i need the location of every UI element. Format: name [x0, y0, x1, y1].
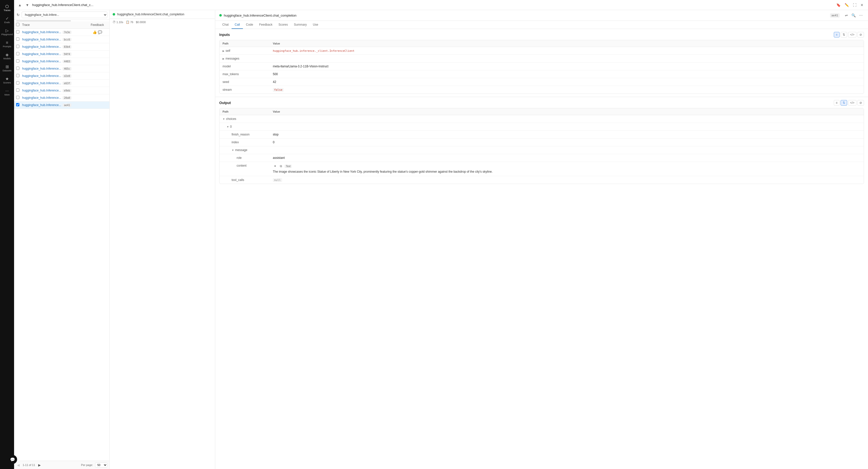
navigate-down-button[interactable]: ▼	[25, 2, 30, 7]
expand-arrow-message[interactable]: ▼	[231, 149, 234, 152]
row-checkbox[interactable]	[16, 37, 19, 41]
navigate-up-button[interactable]: ▲	[17, 2, 23, 7]
tab-feedback[interactable]: Feedback	[256, 21, 276, 29]
next-page-button[interactable]: ▶	[37, 463, 42, 468]
sidebar-item-datasets[interactable]: ⊞ Datasets	[0, 62, 14, 74]
refresh-button[interactable]: ↻	[16, 12, 20, 17]
table-row[interactable]: huggingface_hub.Inference...94f4	[14, 51, 110, 58]
call-content: Inputs ≡ ⇅ </> ⊘ Path Value	[215, 29, 868, 469]
list-view-button[interactable]: ≡	[834, 32, 840, 37]
output-hide-button[interactable]: ⊘	[858, 100, 864, 105]
tab-code[interactable]: Code	[243, 21, 256, 29]
tab-use[interactable]: Use	[310, 21, 321, 29]
pagination-info: 1-11 of 11	[23, 464, 35, 467]
prev-page-button[interactable]: ◀	[16, 463, 21, 468]
tab-call[interactable]: Call	[231, 21, 243, 29]
row-checkbox[interactable]	[16, 81, 19, 85]
row-badge: e9eb	[63, 89, 71, 92]
text-badge: Text	[285, 165, 292, 168]
expand-arrow-self[interactable]: ▶	[222, 50, 224, 52]
sidebar-item-prompts[interactable]: ≡ Prompts	[0, 38, 14, 50]
content-row: ↻ huggingface_hub.Infere... Trace Feedba…	[14, 10, 868, 469]
tab-summary[interactable]: Summary	[291, 21, 310, 29]
playground-icon: ▷	[5, 29, 8, 33]
value-model: meta-llama/Llama-3.2-11B-Vision-Instruct	[273, 65, 329, 68]
call-name: huggingface_hub.InferenceClient.chat_com…	[224, 13, 828, 17]
chat-bubble-button[interactable]: 💬	[8, 455, 17, 464]
table-row[interactable]: huggingface_hub.Inference...83b4	[14, 43, 110, 51]
content-expand-button[interactable]: ✦	[273, 164, 277, 168]
expand-arrow-choices[interactable]: ▼	[222, 118, 225, 120]
row-checkbox[interactable]	[16, 67, 19, 70]
output-sort-button[interactable]: ⇅	[841, 100, 847, 105]
value-header: Value	[270, 40, 864, 47]
expand-arrow-0[interactable]: ▼	[226, 125, 229, 128]
value-content: The image showcases the iconic Statue of…	[273, 170, 493, 174]
value-stream: false	[273, 88, 284, 92]
call-status-indicator	[219, 14, 222, 17]
per-page-select[interactable]: 50 100 200	[95, 463, 107, 468]
row-badge: 465c	[63, 67, 71, 70]
trace-time: ⏱ 1.10s	[113, 20, 123, 24]
sidebar-item-scorers[interactable]: ★ Scorers	[0, 74, 14, 87]
row-checkbox[interactable]	[16, 96, 19, 99]
edit-button[interactable]: ✏️	[843, 2, 850, 8]
output-data-table: Path Value ▼ choices	[219, 108, 864, 184]
compare-button[interactable]: ⇌	[844, 12, 849, 18]
output-row-message: ▼ message	[219, 146, 864, 154]
table-row[interactable]: huggingface_hub.Inference...ae41	[14, 101, 110, 109]
table-row[interactable]: huggingface_hub.Inference...e9eb	[14, 87, 110, 94]
code-view-button[interactable]: </>	[848, 32, 857, 37]
clock-icon: ⏱	[113, 20, 116, 24]
row-badge: e63f	[63, 82, 71, 85]
row-checkbox[interactable]	[16, 89, 19, 92]
select-all-checkbox[interactable]	[16, 23, 19, 26]
row-checkbox[interactable]	[16, 52, 19, 55]
table-row[interactable]: huggingface_hub.Inference...465c	[14, 65, 110, 72]
row-badge: ae41	[63, 103, 71, 107]
row-badge: 83b4	[63, 45, 71, 49]
row-checkbox[interactable]	[16, 59, 19, 63]
table-row[interactable]: huggingface_hub.Inference...4483	[14, 58, 110, 65]
path-finish-reason: finish_reason	[231, 133, 249, 136]
bookmark-button[interactable]: 🔖	[835, 2, 842, 8]
row-checkbox[interactable]	[16, 45, 19, 48]
tab-chat[interactable]: Chat	[219, 21, 231, 29]
thumbup-icon: 👍	[93, 30, 97, 34]
output-code-view-button[interactable]: </>	[848, 100, 857, 105]
table-row[interactable]: huggingface_hub.Inference... 7e3e 👍 💬	[14, 29, 110, 36]
table-row[interactable]: huggingface_hub.Inference...20a0	[14, 94, 110, 101]
sidebar-item-more[interactable]: ··· More	[0, 87, 14, 98]
content-copy-button[interactable]: ⧉	[279, 164, 283, 168]
row-checkbox[interactable]	[16, 74, 19, 77]
trace-filter-select[interactable]: huggingface_hub.Infere...	[22, 11, 107, 18]
close-button[interactable]: ✕	[859, 2, 865, 8]
table-row[interactable]: huggingface_hub.Inference...e63f	[14, 80, 110, 87]
sidebar-item-models[interactable]: ◈ Models	[0, 50, 14, 62]
path-choices: choices	[226, 117, 236, 121]
sidebar-item-evals[interactable]: ✓ Evals	[0, 14, 14, 26]
select-all-check[interactable]	[16, 23, 22, 27]
table-row[interactable]: huggingface_hub.Inference...bcc6	[14, 36, 110, 43]
output-title: Output	[219, 101, 231, 105]
sort-button[interactable]: ⇅	[841, 32, 847, 37]
input-row-max-tokens: max_tokens 500	[219, 70, 864, 78]
path-content: content	[237, 164, 246, 167]
title-actions: 🔖 ✏️ ⛶ ✕	[835, 2, 865, 8]
tab-scores[interactable]: Scores	[275, 21, 291, 29]
main-container: ▲ ▼ huggingface_hub.InferenceClient.chat…	[14, 0, 868, 469]
zoom-out-button[interactable]: 🔍	[850, 12, 857, 18]
output-list-view-button[interactable]: ≡	[834, 100, 840, 105]
expand-arrow-messages[interactable]: ▶	[222, 57, 224, 60]
table-row[interactable]: huggingface_hub.Inference...d2e0	[14, 72, 110, 80]
row-checkbox[interactable]	[16, 30, 19, 33]
trace-tokens: 📋 76	[126, 20, 133, 24]
expand-button[interactable]: ⛶	[851, 2, 858, 8]
sidebar-item-traces[interactable]: ⬡ Traces	[0, 2, 14, 14]
sidebar-item-playground[interactable]: ▷ Playground	[0, 26, 14, 38]
call-detail-panel: huggingface_hub.InferenceClient.chat_com…	[215, 10, 868, 469]
row-checkbox[interactable]	[16, 103, 19, 106]
more-options-button[interactable]: ⋯	[858, 12, 864, 18]
output-row-tool-calls: tool_calls null	[219, 176, 864, 184]
hide-button[interactable]: ⊘	[858, 32, 864, 37]
